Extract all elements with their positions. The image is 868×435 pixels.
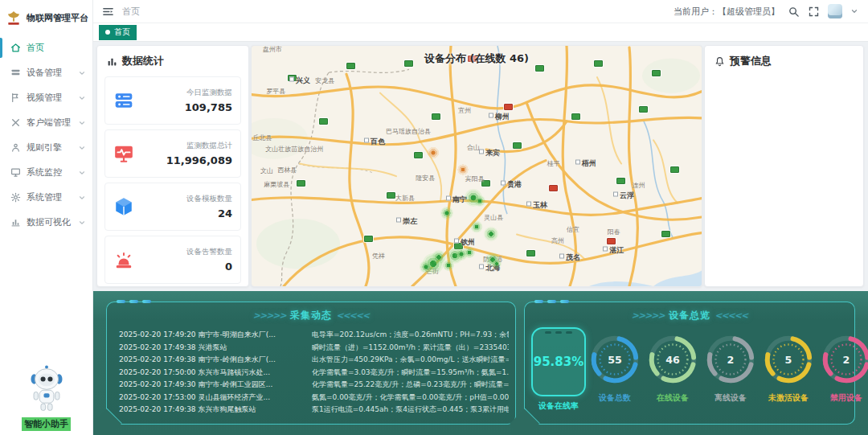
map-title: 设备分布 (在线数 46): [252, 51, 702, 66]
online-rate-value: 95.83%: [534, 355, 583, 369]
collection-log-list[interactable]: 2025-02-20 17:49:20 南宁市-明湖自来水厂(...电导率=20…: [119, 329, 509, 417]
map-city-label: 南宁: [446, 195, 467, 205]
map-city-label: 百色: [364, 136, 385, 146]
avatar[interactable]: [828, 4, 842, 18]
road-shield-icon: [504, 104, 513, 110]
log-values: 氨氮=0.00毫克/升；化学需氧量=0.00毫克/升；pH值=0.00；总氮=0…: [312, 392, 509, 403]
ring-gauge: 55: [586, 330, 644, 388]
road-shield-icon: [661, 231, 670, 237]
collection-panel: >>>>> 采集动态 <<<<< 2025-02-20 17:49:20 南宁市…: [106, 302, 516, 425]
map-city-label: 大新县: [395, 193, 415, 202]
device-cluster-marker[interactable]: [464, 247, 475, 258]
log-time-site: 2025-02-20 17:49:38 兴港泵站: [119, 343, 304, 353]
overview-panel: >>>>> 设备总览 <<<<< 95.83% 设备在线率 55设备总数46在线…: [524, 302, 855, 425]
road-shield-icon: [639, 106, 648, 113]
alerts-card: 预警信息: [704, 45, 864, 287]
map-city-label: 连州: [633, 181, 645, 190]
stat-card: 监测数据总计11,996,089: [104, 129, 241, 178]
gear-icon: [10, 192, 21, 203]
map-city-label: 崇左: [396, 215, 417, 226]
device-cluster-marker[interactable]: [484, 227, 498, 241]
breadcrumb[interactable]: 首页: [122, 6, 140, 18]
assistant-label[interactable]: 智能小助手: [22, 417, 71, 431]
sidebar-item-rules[interactable]: 规则引擎: [0, 135, 92, 160]
sidebar-menu: 首页设备管理视频管理客户端管理规则引擎系统监控系统管理数据可视化: [0, 35, 92, 235]
log-time-site: 2025-02-20 17:49:30 南宁市-岭俐工业园区...: [119, 380, 304, 390]
alarm-icon: [113, 249, 134, 270]
road-shield-icon: [364, 236, 373, 242]
collapse-sidebar-icon[interactable]: [102, 6, 114, 18]
server-icon: [113, 90, 134, 111]
log-values: 电导率=202.12us/cm；浊度=0.26mNTU；PH=7.93；余氯=0…: [312, 330, 509, 340]
panel-cut-corner: [92, 408, 121, 435]
current-user-label: 当前用户：【超级管理员】: [674, 6, 780, 18]
video-icon: [10, 92, 21, 103]
sidebar-item-label: 数据可视化: [27, 216, 72, 228]
stat-card: 设备模板数量24: [104, 183, 241, 231]
sidebar-item-devices[interactable]: 设备管理: [0, 60, 92, 85]
sidebar-item-monitoring[interactable]: 系统监控: [0, 160, 92, 185]
app-title: 物联网管理平台: [27, 12, 88, 24]
svg-text:46: 46: [665, 354, 680, 366]
stat-card: 设备告警数量0: [104, 236, 241, 284]
stats-title: 数据统计: [122, 54, 164, 68]
sidebar-item-home[interactable]: 首页: [0, 35, 92, 60]
map-city-label: 来宾: [479, 148, 500, 158]
tab-home[interactable]: 首页: [99, 25, 137, 40]
sidebar-item-visualization[interactable]: 数据可视化: [0, 210, 92, 235]
sidebar: 物联网管理平台 首页设备管理视频管理客户端管理规则引擎系统监控系统管理数据可视化: [0, 0, 93, 435]
sidebar-item-video[interactable]: 视频管理: [0, 85, 92, 110]
stat-label: 今日监测数据: [185, 88, 232, 98]
log-row: 2025-02-20 17:49:38 兴港泵站瞬时流量（进）=1152.00m…: [119, 342, 509, 355]
log-time-site: 2025-02-20 17:49:20 南宁市-明湖自来水厂(...: [119, 330, 304, 340]
map-city-label: 信宜: [567, 224, 579, 233]
sidebar-item-clients[interactable]: 客户端管理: [0, 110, 92, 135]
log-row: 2025-02-20 17:49:38 东兴市狗尾触泵站泵1运行电流=0.445…: [119, 404, 509, 417]
device-map[interactable]: 设备分布 (在线数 46): [251, 45, 702, 287]
map-city-label: 玉林: [526, 199, 547, 210]
log-values: 化学需氧量=3.03毫克/升；瞬时流量=15.95m³/h；氨氮=1.94毫克/…: [312, 367, 509, 378]
log-row: 2025-02-20 17:50:00 东兴市马路镇污水处...化学需氧量=3.…: [119, 367, 509, 380]
stat-label: 监测数据总计: [166, 141, 232, 151]
map-city-label: 宜州: [458, 106, 471, 115]
log-values: 泵1运行电流=0.445ah；泵4运行状态=0.445；泵3累计用电量=0.44…: [312, 404, 509, 415]
chevron-down-icon: [78, 69, 86, 77]
road-shield-icon: [549, 185, 558, 191]
search-icon[interactable]: [788, 6, 800, 18]
tab-active-dot: [105, 30, 110, 35]
stat-value: 24: [186, 207, 232, 220]
road-shield-icon: [670, 166, 679, 173]
gauge-禁用设备: 2禁用设备: [817, 325, 868, 404]
stats-card-header: 数据统计: [97, 46, 248, 72]
device-cluster-marker[interactable]: [457, 164, 469, 176]
chevron-down-icon: [78, 144, 86, 152]
road-shield-icon: [535, 65, 544, 72]
gauge-label: 未激活设备: [768, 392, 809, 404]
panel-corner-decoration: [534, 300, 569, 303]
overview-panel-title: >>>>> 设备总览 <<<<<: [525, 309, 854, 322]
map-city-label: 湛江: [603, 244, 624, 255]
assistant-widget[interactable]: 智能小助手: [0, 363, 92, 431]
alerts-title: 预警信息: [730, 54, 772, 68]
monitor-pulse-icon: [113, 143, 134, 164]
device-cluster-marker[interactable]: [471, 220, 483, 232]
user-menu-caret-icon[interactable]: [850, 7, 858, 15]
sidebar-item-system[interactable]: 系统管理: [0, 185, 92, 210]
device-cluster-marker[interactable]: [492, 259, 502, 269]
device-cluster-marker[interactable]: [474, 195, 485, 207]
device-cluster-marker[interactable]: [420, 261, 432, 273]
log-values: 瞬时流量（进）=1152.00m³/h；累计流量（出）=23354037.00m…: [312, 343, 509, 353]
log-time-site: 2025-02-20 17:49:38 东兴市狗尾触泵站: [119, 404, 304, 415]
sidebar-item-label: 规则引擎: [27, 142, 72, 154]
gauge-未激活设备: 5未激活设备: [760, 325, 817, 404]
road-shield-icon: [432, 113, 440, 120]
stats-card: 数据统计 今日监测数据109,785监测数据总计11,996,089设备模板数量…: [96, 45, 249, 287]
online-rate-label: 设备在线率: [538, 400, 579, 412]
online-rate-box: 95.83%: [531, 327, 586, 396]
device-cluster-marker[interactable]: [427, 146, 440, 159]
logo-row: 物联网管理平台: [0, 0, 92, 35]
chart-icon: [10, 217, 21, 228]
device-cluster-marker[interactable]: [440, 207, 453, 220]
fullscreen-icon[interactable]: [808, 6, 820, 18]
gauge-label: 禁用设备: [830, 392, 862, 404]
